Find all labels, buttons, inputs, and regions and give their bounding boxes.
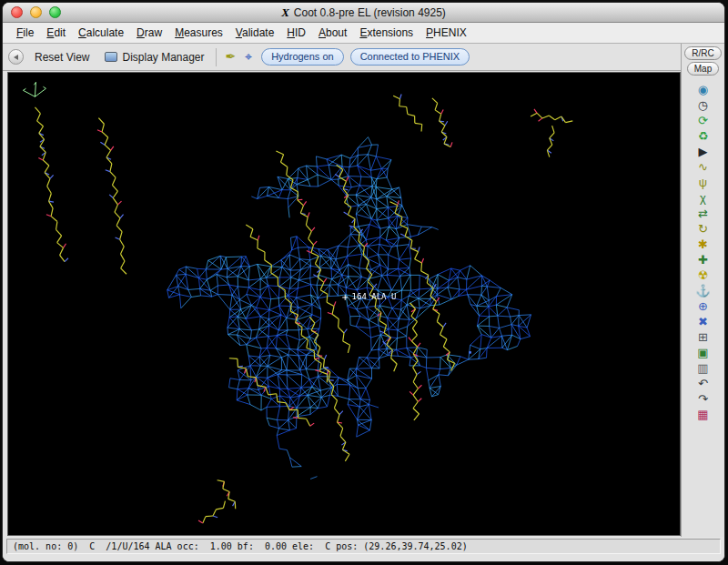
- axes-cross-icon[interactable]: ⊕: [692, 298, 715, 314]
- undo-icon[interactable]: ↶: [692, 376, 715, 391]
- statusbar: (mol. no: 0) C /1/U/164 ALA occ: 1.00 bf…: [3, 537, 724, 561]
- left-arrow-icon: [14, 55, 18, 60]
- display-manager-button[interactable]: Display Manager: [100, 48, 208, 66]
- menu-about[interactable]: About: [312, 24, 353, 42]
- go-to-atom-icon[interactable]: ⌖: [242, 49, 255, 65]
- anchor-icon[interactable]: ⚓: [692, 283, 715, 298]
- title-wrap: X Coot 0.8-pre EL (revision 4925): [281, 5, 446, 20]
- left-column: Reset View Display Manager ✒ ⌖ Hydrogens…: [3, 44, 681, 537]
- middle-row: Reset View Display Manager ✒ ⌖ Hydrogens…: [3, 44, 724, 537]
- chi-angles-icon[interactable]: χ: [692, 190, 715, 206]
- close-cross-icon[interactable]: ✖: [692, 314, 715, 329]
- key-icon[interactable]: ✒: [223, 49, 239, 65]
- phenix-connection-button[interactable]: Connected to PHENIX: [350, 48, 470, 66]
- menubar: File Edit Calculate Draw Measures Valida…: [3, 23, 724, 44]
- coot-window: X Coot 0.8-pre EL (revision 4925) File E…: [2, 2, 725, 562]
- cycle-arrows-icon[interactable]: ⟳: [692, 113, 715, 128]
- map-button[interactable]: Map: [687, 62, 719, 76]
- menu-file[interactable]: File: [10, 24, 40, 42]
- titlebar[interactable]: X Coot 0.8-pre EL (revision 4925): [3, 3, 724, 23]
- close-button[interactable]: [11, 6, 23, 18]
- clock-icon[interactable]: ◷: [692, 97, 715, 113]
- toolbar-separator: [216, 48, 217, 66]
- status-text: (mol. no: 0) C /1/U/164 ALA occ: 1.00 bf…: [6, 539, 721, 554]
- x11-icon: X: [281, 5, 289, 20]
- torsion-icon[interactable]: ↻: [692, 221, 715, 237]
- plus-box-icon[interactable]: ⊞: [692, 329, 715, 345]
- recycle-icon[interactable]: ♻: [692, 128, 715, 144]
- rotamer-icon[interactable]: ψ: [692, 175, 715, 190]
- zoom-button[interactable]: [49, 6, 61, 18]
- menu-draw[interactable]: Draw: [130, 24, 168, 42]
- right-toolbar-panel: R/RC Map ◉ ◷ ⟳ ♻ ▶ ∿: [681, 44, 724, 537]
- sine-chain-icon[interactable]: ∿: [692, 159, 715, 175]
- rrc-button[interactable]: R/RC: [684, 46, 721, 60]
- toolbar: Reset View Display Manager ✒ ⌖ Hydrogens…: [3, 44, 681, 71]
- desktop: X Coot 0.8-pre EL (revision 4925) File E…: [0, 0, 728, 565]
- green-box-icon[interactable]: ▣: [692, 345, 715, 360]
- menu-hid[interactable]: HID: [280, 24, 312, 42]
- display-manager-label: Display Manager: [122, 51, 204, 64]
- play-icon[interactable]: ▶: [692, 144, 715, 159]
- menu-calculate[interactable]: Calculate: [72, 24, 130, 42]
- radioactive-icon[interactable]: ☢: [692, 267, 715, 283]
- molecular-viewport[interactable]: [8, 73, 678, 533]
- refine-sphere-icon[interactable]: ◉: [692, 82, 715, 97]
- add-residue-icon[interactable]: ✚: [692, 252, 715, 267]
- reset-view-button[interactable]: Reset View: [30, 48, 94, 66]
- redo-icon[interactable]: ↷: [692, 391, 715, 407]
- rgb-display-icon[interactable]: ▦: [692, 407, 715, 422]
- menu-edit[interactable]: Edit: [40, 24, 72, 42]
- display-manager-icon: [105, 52, 117, 62]
- minimize-button[interactable]: [30, 6, 42, 18]
- hydrogens-toggle-button[interactable]: Hydrogens on: [261, 48, 344, 66]
- gl-viewport-frame: [7, 72, 681, 536]
- menu-measures[interactable]: Measures: [168, 24, 229, 42]
- mutate-icon[interactable]: ✱: [692, 237, 715, 252]
- swap-arrows-icon[interactable]: ⇄: [692, 206, 715, 221]
- window-title: Coot 0.8-pre EL (revision 4925): [294, 6, 446, 19]
- trash-icon[interactable]: ▥: [692, 360, 715, 376]
- menu-validate[interactable]: Validate: [229, 24, 281, 42]
- model-tools-column: ◉ ◷ ⟳ ♻ ▶ ∿ ψ χ: [692, 82, 715, 422]
- menu-phenix[interactable]: PHENIX: [420, 24, 473, 42]
- traffic-lights: [11, 6, 61, 18]
- toolbar-icon-group: ✒ ⌖: [223, 49, 256, 65]
- toolbar-collapse-button[interactable]: [8, 49, 24, 65]
- menu-extensions[interactable]: Extensions: [353, 24, 420, 42]
